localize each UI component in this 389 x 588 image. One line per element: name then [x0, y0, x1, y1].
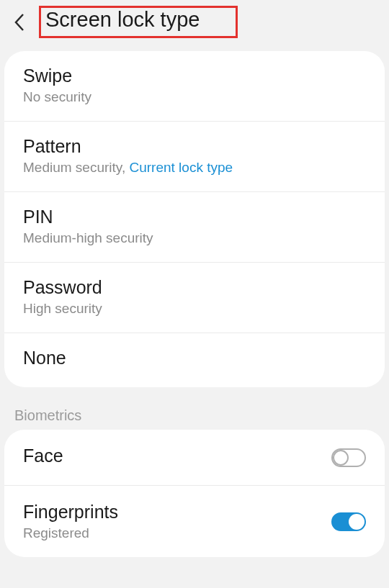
- lock-type-title: PIN: [23, 207, 366, 227]
- biometric-fingerprints[interactable]: Fingerprints Registered: [4, 486, 385, 557]
- lock-type-sub: High security: [23, 301, 366, 317]
- fingerprints-toggle[interactable]: [331, 512, 366, 531]
- title-highlight-box: Screen lock type: [39, 6, 238, 38]
- lock-type-title: Swipe: [23, 65, 366, 86]
- lock-type-card: Swipe No security Pattern Medium securit…: [4, 51, 385, 387]
- biometric-title: Fingerprints: [23, 502, 331, 523]
- toggle-knob: [333, 450, 349, 466]
- lock-type-pattern[interactable]: Pattern Medium security, Current lock ty…: [4, 122, 385, 192]
- lock-type-sub: Medium-high security: [23, 230, 366, 246]
- biometric-face[interactable]: Face: [4, 430, 385, 486]
- lock-type-password[interactable]: Password High security: [4, 263, 385, 333]
- face-toggle[interactable]: [331, 448, 366, 467]
- lock-type-swipe[interactable]: Swipe No security: [4, 51, 385, 122]
- lock-type-sub: No security: [23, 89, 366, 105]
- back-icon[interactable]: [7, 10, 32, 35]
- biometric-sub: Registered: [23, 525, 331, 541]
- lock-type-none[interactable]: None: [4, 333, 385, 387]
- page-title: Screen lock type: [45, 8, 200, 32]
- lock-type-sub: Medium security, Current lock type: [23, 160, 366, 176]
- biometric-title: Face: [23, 445, 331, 466]
- lock-type-title: Password: [23, 277, 366, 298]
- current-lock-type-label: Current lock type: [129, 160, 233, 175]
- toggle-knob: [349, 514, 365, 530]
- biometrics-card: Face Fingerprints Registered: [4, 430, 385, 557]
- lock-type-pin[interactable]: PIN Medium-high security: [4, 192, 385, 263]
- lock-type-title: None: [23, 348, 366, 368]
- biometrics-section-header: Biometrics: [0, 387, 389, 430]
- lock-type-title: Pattern: [23, 136, 366, 157]
